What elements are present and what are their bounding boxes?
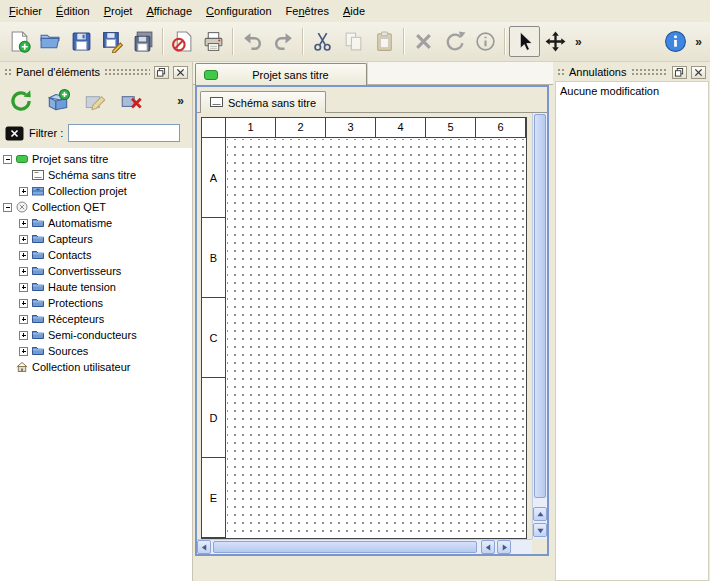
toolbar-overflow-icon[interactable]: » (571, 35, 586, 49)
undo-history-list[interactable]: Aucune modification (555, 81, 709, 581)
menu-item-0[interactable]: Fichier (2, 2, 49, 20)
undo-button[interactable] (237, 26, 268, 57)
qelectrotech-window: FichierÉditionProjetAffichageConfigurati… (0, 0, 710, 581)
diagram-viewport: 123456 ABCDE (197, 113, 532, 539)
about-qet-button[interactable] (660, 26, 691, 57)
new-document-button[interactable] (4, 26, 35, 57)
pan-mode-button[interactable] (540, 26, 571, 57)
tree-item-label: Convertisseurs (48, 265, 121, 277)
tree-item[interactable]: Collection QET (0, 199, 192, 215)
edit-element-button[interactable] (79, 85, 111, 117)
tree-item[interactable]: Projet sans titre (0, 151, 192, 167)
menu-item-4[interactable]: Configuration (199, 2, 278, 20)
tree-item[interactable]: Protections (0, 295, 192, 311)
scroll-down-button[interactable] (533, 523, 547, 537)
redo-button[interactable] (268, 26, 299, 57)
row-header: C (202, 298, 225, 378)
expand-icon[interactable] (19, 331, 28, 340)
tree-item[interactable]: Contacts (0, 247, 192, 263)
expand-icon[interactable] (19, 315, 28, 324)
tree-item[interactable]: Capteurs (0, 231, 192, 247)
expand-icon[interactable] (19, 347, 28, 356)
expand-icon[interactable] (19, 187, 28, 196)
expand-icon[interactable] (19, 219, 28, 228)
rotate-button[interactable] (439, 26, 470, 57)
panel-overflow-icon[interactable]: » (177, 94, 187, 108)
project-tab-bar: Projet sans titre (193, 62, 553, 85)
delete-element-button[interactable] (116, 85, 148, 117)
tree-item[interactable]: Convertisseurs (0, 263, 192, 279)
menu-item-5[interactable]: Fenêtres (279, 2, 336, 20)
expand-icon[interactable] (19, 267, 28, 276)
dock-grip[interactable] (104, 68, 150, 76)
diagram-canvas[interactable] (227, 139, 526, 538)
menu-item-3[interactable]: Affichage (139, 2, 199, 20)
float-panel-button[interactable] (154, 66, 169, 79)
project-tab-label: Projet sans titre (223, 69, 358, 81)
cut-button[interactable] (307, 26, 338, 57)
tree-item[interactable]: Haute tension (0, 279, 192, 295)
rotate-icon (443, 30, 466, 53)
horizontal-scrollbar-thumb[interactable] (213, 541, 477, 553)
paste-button[interactable] (369, 26, 400, 57)
home-icon (16, 361, 28, 373)
tree-item[interactable]: Collection projet (0, 183, 192, 199)
close-undo-panel-button[interactable] (691, 66, 706, 79)
copy-icon (342, 30, 365, 53)
elements-tree: Projet sans titreSchéma sans titreCollec… (0, 148, 192, 581)
scroll-left-button-2[interactable] (481, 540, 495, 554)
menu-item-6[interactable]: Aide (336, 2, 372, 20)
filter-label: Filtrer : (29, 127, 63, 139)
horizontal-scrollbar[interactable] (197, 539, 532, 554)
print-button[interactable] (198, 26, 229, 57)
tab-bar-empty-area (367, 62, 553, 84)
vertical-scrollbar[interactable] (532, 113, 547, 539)
tree-item[interactable]: Schéma sans titre (0, 167, 192, 183)
expand-icon[interactable] (19, 251, 28, 260)
close-panel-button[interactable] (173, 66, 188, 79)
new-element-icon (45, 88, 71, 114)
dock-grip[interactable] (557, 68, 565, 76)
collapse-icon[interactable] (3, 203, 12, 212)
tab-schema[interactable]: Schéma sans titre (200, 91, 326, 113)
reload-collections-button[interactable] (5, 85, 37, 117)
tab-project[interactable]: Projet sans titre (195, 63, 367, 85)
expand-icon[interactable] (19, 283, 28, 292)
scroll-right-button[interactable] (497, 540, 511, 554)
column-headers: 123456 (226, 118, 526, 138)
scroll-left-button[interactable] (197, 540, 211, 554)
expand-icon[interactable] (19, 235, 28, 244)
copy-button[interactable] (338, 26, 369, 57)
filter-input[interactable] (68, 124, 180, 142)
cursor-arrow-icon (513, 30, 536, 53)
open-file-button[interactable] (35, 26, 66, 57)
scroll-up-button[interactable] (533, 507, 547, 521)
select-mode-button[interactable] (509, 26, 540, 57)
folder-icon (32, 313, 44, 325)
delete-button[interactable] (408, 26, 439, 57)
save-all-button[interactable] (128, 26, 159, 57)
tree-item-label: Collection utilisateur (32, 361, 130, 373)
menu-item-1[interactable]: Édition (49, 2, 97, 20)
arrow-left-icon (485, 544, 492, 551)
new-element-button[interactable] (42, 85, 74, 117)
dock-grip[interactable] (631, 68, 669, 76)
tree-item[interactable]: Semi-conducteurs (0, 327, 192, 343)
collapse-icon[interactable] (3, 155, 12, 164)
save-as-button[interactable] (97, 26, 128, 57)
save-button[interactable] (66, 26, 97, 57)
information-button[interactable] (470, 26, 501, 57)
close-file-button[interactable] (167, 26, 198, 57)
elements-panel-toolbar: » (0, 80, 192, 122)
tree-item[interactable]: Récepteurs (0, 311, 192, 327)
dock-grip[interactable] (4, 68, 12, 76)
tree-item[interactable]: Sources (0, 343, 192, 359)
tree-item[interactable]: Automatisme (0, 215, 192, 231)
menu-item-2[interactable]: Projet (97, 2, 140, 20)
expand-icon[interactable] (19, 299, 28, 308)
tree-item[interactable]: Collection utilisateur (0, 359, 192, 375)
float-undo-panel-button[interactable] (672, 66, 687, 79)
clear-filter-button[interactable] (5, 126, 24, 141)
toolbar-overflow-right-icon[interactable]: » (691, 35, 706, 49)
vertical-scrollbar-thumb[interactable] (534, 114, 546, 498)
